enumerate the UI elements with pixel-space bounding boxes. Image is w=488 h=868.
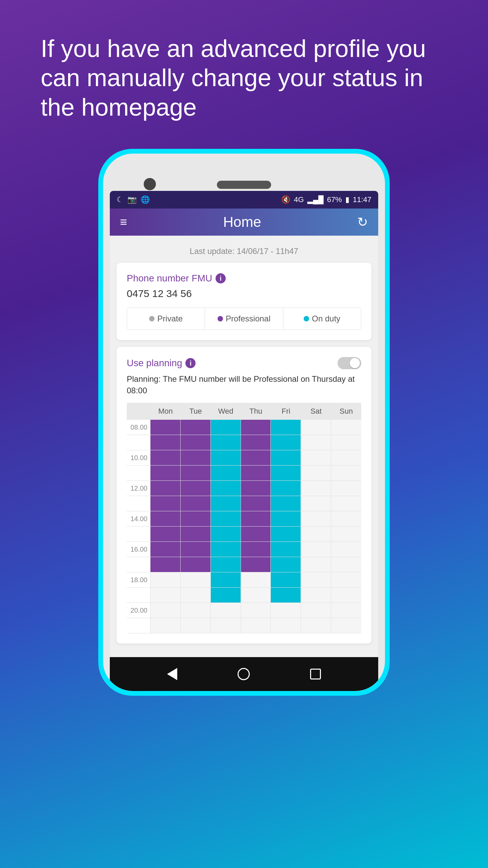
cal-cell [241,420,271,435]
cal-header-tue: Tue [181,403,211,420]
cal-cell [211,466,241,480]
cal-cell [150,450,181,465]
cal-cell [331,603,361,618]
refresh-icon[interactable]: ↻ [357,215,368,230]
cal-cell [241,527,271,541]
phone-outer: ☾ 📷 🌐 🔇 4G ▂▄█ 67% ▮ 11:47 ≡ [98,149,390,696]
cal-cell [301,588,331,603]
cal-row-0800-b [127,435,361,450]
cal-cell [301,542,331,557]
cal-cell [181,572,211,587]
cal-row-1000-b [127,466,361,481]
hamburger-menu-icon[interactable]: ≡ [120,215,127,229]
cal-cell [150,496,181,511]
cal-cell [181,557,211,572]
cal-cell [150,511,181,526]
recents-icon [310,669,321,679]
cal-cell [241,450,271,465]
cal-time-1000: 10.00 [127,450,150,465]
phone-mockup: ☾ 📷 🌐 🔇 4G ▂▄█ 67% ▮ 11:47 ≡ [98,149,390,696]
cal-time-empty [127,435,150,450]
cal-cell [331,511,361,526]
cal-cell [271,618,301,633]
cal-row-0800-a: 08.00 [127,420,361,435]
cal-cell [271,481,301,496]
cal-cell [181,481,211,496]
cal-cell [301,435,331,450]
cal-cell [150,603,181,618]
cal-time-1200: 12.00 [127,481,150,496]
cal-cell [271,466,301,480]
cal-time-0800: 08.00 [127,420,150,435]
cal-time-empty [127,557,150,572]
cal-row-2000-a: 20.00 [127,603,361,618]
phone-body: ☾ 📷 🌐 🔇 4G ▂▄█ 67% ▮ 11:47 ≡ [103,154,385,691]
cal-cell [271,557,301,572]
calendar-grid: Mon Tue Wed Thu Fri Sat Sun [127,403,361,633]
cal-time-1800: 18.00 [127,572,150,587]
cal-time-empty [127,588,150,603]
cal-cell [331,542,361,557]
cal-cell [181,466,211,480]
cal-cell [150,481,181,496]
cal-cell [150,588,181,603]
cal-cell [301,557,331,572]
cal-cell [331,450,361,465]
status-btn-onduty[interactable]: On duty [283,308,361,330]
last-update-text: Last update: 14/06/17 - 11h47 [117,242,371,263]
planning-header: Use planning i [127,357,361,369]
cal-time-empty [127,496,150,511]
planning-info-icon[interactable]: i [185,358,196,368]
cal-cell [241,572,271,587]
cal-cell [211,542,241,557]
status-buttons-group: Private Professional On duty [127,308,361,330]
cal-cell [271,496,301,511]
globe-icon: 🌐 [141,195,150,204]
status-professional-label: Professional [226,314,270,323]
back-button[interactable] [167,668,177,680]
phone-card-title-text: Phone number FMU [127,273,212,284]
cal-cell [241,511,271,526]
cal-cell [211,588,241,603]
cal-cell [211,572,241,587]
cal-cell [271,572,301,587]
status-btn-private[interactable]: Private [127,308,205,330]
headline-text: If you have an advanced profile you can … [0,0,488,142]
planning-title-text: Use planning [127,358,182,369]
volume-icon: 🔇 [281,195,290,204]
status-private-label: Private [157,314,183,323]
planning-card: Use planning i Planning: The FMU number … [117,347,371,644]
status-btn-professional[interactable]: Professional [205,308,283,330]
cal-cell [211,481,241,496]
phone-number-card: Phone number FMU i 0475 12 34 56 Private [117,263,371,340]
dot-professional [218,316,223,321]
status-onduty-label: On duty [312,314,340,323]
home-button[interactable] [238,668,250,680]
cal-cell [181,618,211,633]
use-planning-toggle[interactable] [338,357,361,369]
home-icon [238,668,250,680]
cal-cell [301,466,331,480]
cal-cell [211,496,241,511]
cal-header-sat: Sat [301,403,331,420]
recents-button[interactable] [310,669,321,679]
cal-cell [211,603,241,618]
cal-time-empty [127,466,150,480]
speaker [217,181,271,189]
cal-time-1600: 16.00 [127,542,150,557]
cal-cell [271,542,301,557]
cal-cell [150,466,181,480]
cal-cell [331,527,361,541]
planning-description: Planning: The FMU number will be Profess… [127,373,361,396]
cal-row-1200-a: 12.00 [127,481,361,496]
cal-cell [211,420,241,435]
calendar-header-row: Mon Tue Wed Thu Fri Sat Sun [127,403,361,420]
phone-info-icon[interactable]: i [216,273,226,283]
cal-cell [241,603,271,618]
cal-header-sun: Sun [331,403,361,420]
cal-header-fri: Fri [271,403,301,420]
phone-number-value: 0475 12 34 56 [127,288,361,299]
cal-row-2000-b [127,618,361,633]
cal-cell [331,420,361,435]
cal-cell [331,481,361,496]
